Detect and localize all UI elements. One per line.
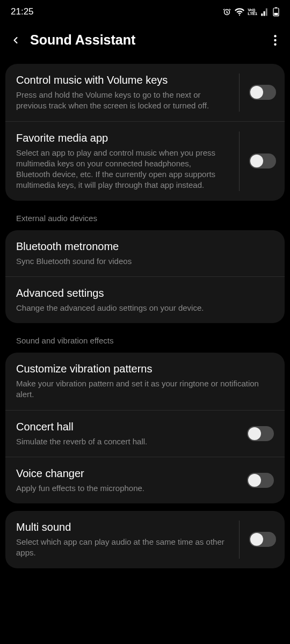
setting-title: Bluetooth metronome xyxy=(16,240,274,253)
settings-group: Control music with Volume keys Press and… xyxy=(5,64,285,201)
setting-desc: Simulate the reverb of a concert hall. xyxy=(16,436,240,447)
section-label-sound-vibration: Sound and vibration effects xyxy=(5,331,285,353)
setting-desc: Make your vibration pattern and set it a… xyxy=(16,378,274,400)
setting-concert-hall[interactable]: Concert hall Simulate the reverb of a co… xyxy=(5,410,285,457)
toggle-switch[interactable] xyxy=(247,426,274,441)
header: Sound Assistant xyxy=(0,23,290,64)
settings-group: Multi sound Select which app can play au… xyxy=(5,511,285,568)
battery-icon xyxy=(273,7,279,17)
setting-advanced-settings[interactable]: Advanced settings Change the advanced au… xyxy=(5,276,285,323)
svg-point-3 xyxy=(274,35,276,37)
volte-icon: Vo))LTE1 xyxy=(248,8,257,16)
setting-title: Multi sound xyxy=(16,521,227,533)
status-time: 21:25 xyxy=(11,6,34,17)
wifi-icon xyxy=(235,7,244,17)
toggle-switch[interactable] xyxy=(247,473,274,488)
setting-title: Favorite media app xyxy=(16,131,227,144)
status-bar: 21:25 Vo))LTE1 xyxy=(0,0,290,23)
setting-desc: Select which app can play audio at the s… xyxy=(16,537,227,559)
setting-desc: Press and hold the Volume keys to go to … xyxy=(16,90,227,112)
setting-favorite-media-app[interactable]: Favorite media app Select an app to play… xyxy=(5,121,285,201)
setting-voice-changer[interactable]: Voice changer Apply fun effects to the m… xyxy=(5,457,285,503)
setting-title: Control music with Volume keys xyxy=(16,74,227,86)
setting-title: Voice changer xyxy=(16,467,240,480)
content: Control music with Volume keys Press and… xyxy=(0,64,290,568)
setting-title: Concert hall xyxy=(16,420,240,433)
setting-title: Customize vibration patterns xyxy=(16,362,274,375)
setting-desc: Sync Bluetooth sound for videos xyxy=(16,256,274,267)
page-title: Sound Assistant xyxy=(30,32,261,48)
svg-point-5 xyxy=(274,43,276,45)
svg-point-4 xyxy=(274,39,276,41)
status-icons: Vo))LTE1 xyxy=(222,7,279,17)
svg-rect-1 xyxy=(275,8,277,9)
signal-icon xyxy=(260,8,270,17)
toggle-switch[interactable] xyxy=(249,153,276,169)
toggle-switch[interactable] xyxy=(249,532,276,547)
setting-title: Advanced settings xyxy=(16,287,274,299)
setting-customize-vibration[interactable]: Customize vibration patterns Make your v… xyxy=(5,353,285,410)
setting-desc: Select an app to play and control music … xyxy=(16,148,227,191)
setting-multi-sound[interactable]: Multi sound Select which app can play au… xyxy=(5,511,285,568)
setting-desc: Apply fun effects to the microphone. xyxy=(16,483,240,494)
back-icon[interactable] xyxy=(9,33,23,47)
setting-control-music-volume-keys[interactable]: Control music with Volume keys Press and… xyxy=(5,64,285,121)
settings-group: Bluetooth metronome Sync Bluetooth sound… xyxy=(5,230,285,324)
more-icon[interactable] xyxy=(269,34,281,47)
section-label-external: External audio devices xyxy=(5,208,285,230)
alarm-icon xyxy=(222,8,231,17)
svg-rect-2 xyxy=(274,13,278,16)
setting-desc: Change the advanced audio settings on yo… xyxy=(16,303,274,313)
settings-group: Customize vibration patterns Make your v… xyxy=(5,353,285,503)
setting-bluetooth-metronome[interactable]: Bluetooth metronome Sync Bluetooth sound… xyxy=(5,230,285,276)
toggle-switch[interactable] xyxy=(249,85,276,100)
